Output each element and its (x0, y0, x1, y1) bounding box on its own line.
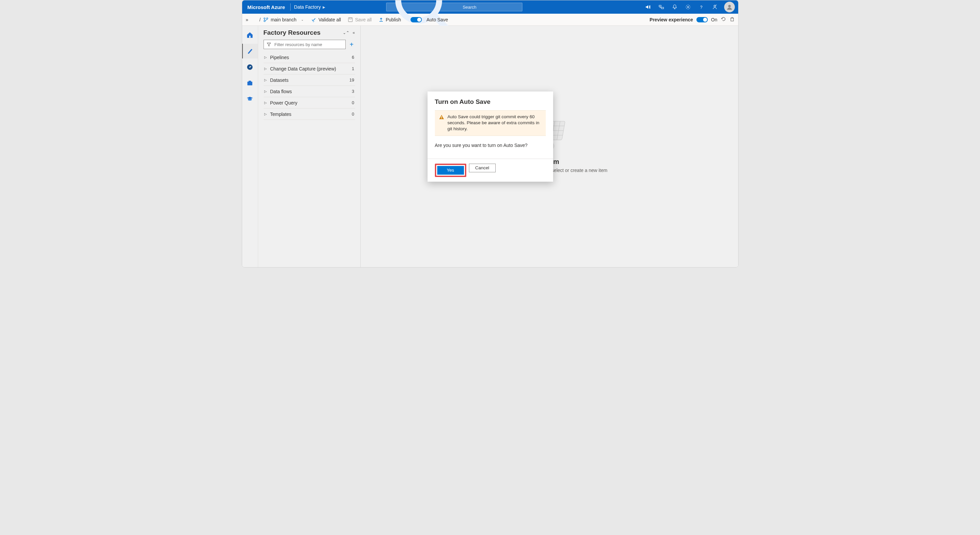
resources-panel: Factory Resources ⌄⌃ « + ▷Pipelines6 ▷Ch… (258, 26, 361, 267)
dialog-title: Turn on Auto Save (435, 98, 546, 106)
delete-button[interactable] (730, 16, 735, 23)
filter-box[interactable] (264, 40, 346, 49)
resources-title: Factory Resources (264, 29, 321, 37)
svg-point-17 (249, 67, 250, 68)
path-sep: / (259, 17, 261, 22)
filter-input[interactable] (274, 42, 343, 48)
azure-logo[interactable]: Microsoft Azure (245, 4, 287, 10)
caret-icon: ▷ (264, 101, 267, 105)
resource-label: Pipelines (270, 55, 349, 60)
refresh-button[interactable] (721, 16, 726, 23)
resource-row[interactable]: ▷Change Data Capture (preview)1 (264, 63, 355, 75)
autosave-dialog: Turn on Auto Save Auto Save could trigge… (428, 92, 553, 182)
resource-row[interactable]: ▷Templates0 (264, 108, 355, 120)
dialog-warning: Auto Save could trigger git commit every… (435, 110, 546, 136)
resource-row[interactable]: ▷Power Query0 (264, 97, 355, 108)
header-icons: ? (642, 0, 735, 14)
notifications-icon[interactable] (669, 0, 681, 14)
branch-selector[interactable]: main branch ⌄ (263, 17, 306, 22)
branch-label: main branch (270, 17, 296, 22)
feedback-icon[interactable] (709, 0, 721, 14)
chevron-right-icon: ▶ (323, 5, 325, 9)
svg-rect-14 (731, 18, 733, 21)
yes-button-highlight: Yes (435, 164, 466, 177)
autosave-label: Auto Save (426, 17, 448, 22)
resource-row[interactable]: ▷Datasets19 (264, 75, 355, 86)
caret-icon: ▷ (264, 56, 267, 59)
caret-icon: ▷ (264, 78, 267, 82)
copilot-icon[interactable] (655, 0, 667, 14)
save-icon (348, 17, 353, 22)
resource-row[interactable]: ▷Data flows3 (264, 86, 355, 97)
caret-icon: ▷ (264, 112, 267, 116)
resources-list: ▷Pipelines6 ▷Change Data Capture (previe… (264, 52, 355, 120)
resources-header-actions: ⌄⌃ « (343, 30, 355, 35)
publish-button[interactable]: Publish (376, 16, 403, 24)
dialog-message: Are you sure you want to turn on Auto Sa… (435, 143, 546, 148)
app-window: Microsoft Azure Data Factory ▶ ? » / (242, 0, 738, 268)
nav-monitor[interactable] (242, 60, 258, 75)
resource-count: 0 (352, 100, 354, 105)
toggle-knob (417, 18, 421, 22)
svg-rect-2 (659, 5, 661, 7)
cancel-button[interactable]: Cancel (469, 164, 496, 172)
resource-label: Templates (270, 111, 349, 117)
autosave-toggle[interactable] (410, 17, 422, 22)
toggle-knob (703, 18, 707, 22)
warning-icon (439, 114, 444, 120)
nav-learn[interactable] (242, 92, 258, 106)
resource-label: Change Data Capture (preview) (270, 66, 349, 71)
svg-rect-19 (248, 81, 251, 82)
breadcrumb[interactable]: Data Factory ▶ (294, 4, 325, 10)
toolbar-right: Preview experience On (650, 16, 735, 23)
svg-rect-18 (248, 81, 253, 85)
user-avatar[interactable] (724, 2, 735, 12)
resource-count: 0 (352, 111, 354, 117)
warning-text: Auto Save could trigger git commit every… (447, 114, 542, 132)
preview-label: Preview experience (650, 17, 693, 22)
nav-manage[interactable] (242, 76, 258, 90)
resources-header: Factory Resources ⌄⌃ « (264, 29, 355, 37)
svg-point-7 (728, 5, 730, 7)
settings-icon[interactable] (682, 0, 694, 14)
help-icon[interactable]: ? (695, 0, 708, 14)
azure-header: Microsoft Azure Data Factory ▶ ? (242, 0, 738, 14)
branch-icon (263, 17, 269, 22)
add-resource-button[interactable]: + (348, 41, 355, 48)
svg-rect-15 (249, 36, 250, 38)
chevron-down-icon: ⌄ (298, 18, 306, 21)
expand-left-icon[interactable]: » (242, 17, 252, 22)
global-search-box[interactable] (386, 3, 522, 11)
global-search-input[interactable] (462, 4, 519, 10)
resource-row[interactable]: ▷Pipelines6 (264, 52, 355, 63)
nav-home[interactable] (242, 28, 258, 43)
save-button[interactable]: Save all (346, 16, 374, 24)
collapse-panel-icon[interactable]: « (353, 30, 355, 35)
svg-point-4 (687, 6, 689, 8)
svg-point-9 (264, 18, 265, 19)
collapse-all-icon[interactable]: ⌄⌃ (343, 30, 349, 35)
upload-icon (379, 17, 384, 22)
publish-label: Publish (386, 17, 401, 22)
validate-button[interactable]: Validate all (309, 16, 343, 24)
breadcrumb-label: Data Factory (294, 4, 321, 10)
yes-button[interactable]: Yes (437, 166, 464, 175)
header-divider (290, 3, 291, 11)
resource-count: 1 (352, 66, 354, 71)
nav-author[interactable] (242, 44, 258, 59)
preview-toggle[interactable] (697, 17, 708, 22)
check-icon (311, 17, 316, 22)
svg-point-6 (714, 5, 716, 7)
resource-label: Data flows (270, 89, 349, 94)
svg-rect-28 (441, 116, 442, 118)
announce-icon[interactable] (642, 0, 654, 14)
nav-rail (242, 26, 258, 267)
svg-rect-12 (348, 18, 352, 22)
svg-point-11 (267, 18, 268, 19)
filter-row: + (264, 40, 355, 49)
dialog-body: Turn on Auto Save Auto Save could trigge… (428, 92, 553, 159)
dialog-footer: Yes Cancel (428, 159, 553, 182)
validate-label: Validate all (318, 17, 341, 22)
resource-count: 19 (349, 78, 354, 83)
toolbar-left: / main branch ⌄ Validate all Save all Pu… (255, 16, 448, 24)
